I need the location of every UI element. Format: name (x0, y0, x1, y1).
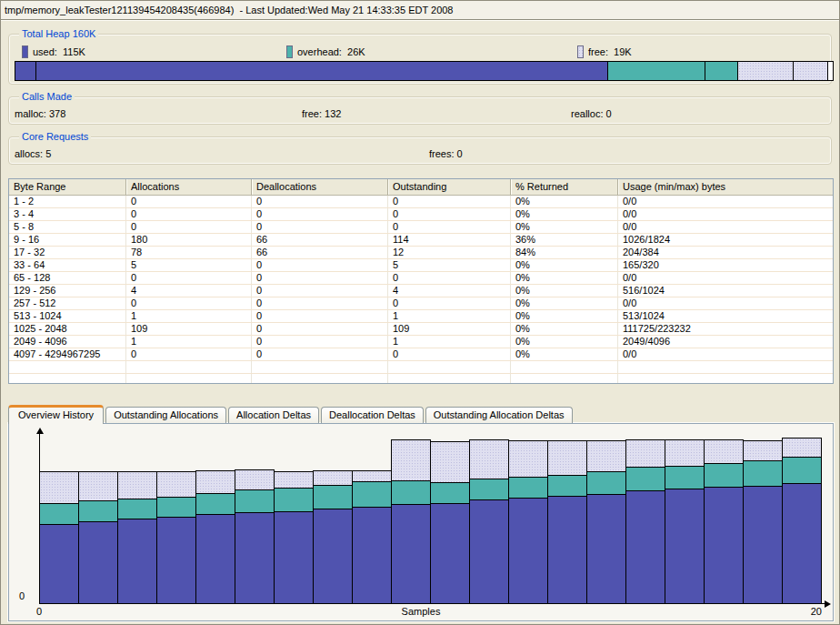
x-axis (39, 603, 825, 604)
tab-allocation-deltas[interactable]: Allocation Deltas (228, 407, 319, 423)
window-title: tmp/memory_leakTester121139454208435(466… (1, 1, 840, 20)
table-cell: 0% (511, 196, 618, 207)
bar-segment-free (705, 440, 743, 464)
bar-sample-3 (117, 471, 157, 603)
table-cell: 0% (511, 323, 618, 335)
table-cell: 165/320 (618, 259, 833, 271)
bar-sample-9 (352, 470, 392, 603)
table-cell: 1 (388, 336, 511, 348)
table-row-1025-2048[interactable]: 1025 - 204810901090%111725/223232 (9, 323, 833, 336)
table-cell: 0 (252, 272, 388, 284)
bar-segment-used (744, 487, 782, 603)
table-header-allocations[interactable]: Allocations (126, 179, 252, 195)
table-header-byte-range[interactable]: Byte Range (9, 179, 126, 195)
allocation-table: Byte RangeAllocationsDeallocationsOutsta… (8, 178, 834, 384)
table-cell: 180 (126, 234, 252, 246)
table-cell: 0% (511, 297, 618, 309)
bar-sample-11 (430, 441, 470, 603)
bar-segment-free (509, 441, 547, 478)
bar-segment-free (118, 472, 156, 499)
table-row-5-8[interactable]: 5 - 80000%0/0 (9, 221, 833, 234)
table-row-3-4[interactable]: 3 - 40000%0/0 (9, 208, 833, 221)
table-cell: 0 (388, 297, 511, 309)
bar-segment-free (235, 470, 274, 490)
tab-overview-history[interactable]: Overview History (8, 405, 104, 424)
table-cell: 0/0 (618, 196, 833, 207)
table-row-empty[interactable] (9, 374, 833, 384)
table-cell: 0 (126, 196, 252, 207)
table-cell: 0 (388, 348, 511, 360)
meter-segment-free-6 (828, 62, 833, 80)
bar-segment-free (626, 440, 665, 468)
bar-sample-13 (508, 440, 548, 603)
table-row-33-64[interactable]: 33 - 645050%165/320 (9, 259, 833, 272)
table-cell: 0/0 (618, 221, 833, 233)
overhead-swatch-icon (286, 45, 293, 58)
bar-segment-free (353, 471, 391, 482)
bar-segment-free (783, 439, 821, 458)
table-cell: 3 - 4 (9, 208, 126, 220)
table-row-empty[interactable] (9, 361, 833, 374)
table-row-9-16[interactable]: 9 - 161806611436%1026/1824 (9, 234, 833, 247)
table-row-2049-4096[interactable]: 2049 - 40961010%2049/4096 (9, 336, 833, 348)
heap-legend-item-overhead: overhead: 26K (286, 45, 365, 58)
table-header-usage-min-max-bytes[interactable]: Usage (min/max) bytes (618, 179, 833, 195)
bar-sample-7 (274, 471, 314, 603)
table-cell: 513/1024 (618, 310, 833, 322)
table-cell: 5 (388, 259, 511, 271)
bar-segment-free (431, 442, 469, 483)
bar-segment-free (79, 472, 117, 501)
table-cell: 0 (252, 196, 388, 207)
bar-sample-16 (625, 439, 665, 603)
table-cell (618, 361, 833, 373)
table-row-257-512[interactable]: 257 - 5120000%0/0 (9, 297, 833, 310)
table-header-deallocations[interactable]: Deallocations (252, 179, 388, 195)
bar-segment-overhead (548, 476, 586, 497)
table-cell: 0% (511, 208, 618, 220)
heap-legend-label: used: 115K (33, 46, 85, 57)
heap-usage-meter (15, 61, 834, 81)
bar-segment-free (587, 441, 625, 472)
table-row-129-256[interactable]: 129 - 2564040%516/1024 (9, 285, 833, 297)
bar-segment-used (431, 504, 469, 603)
meter-segment-free-5 (794, 62, 828, 80)
table-cell (388, 361, 511, 373)
table-header-outstanding[interactable]: Outstanding (388, 179, 511, 195)
x-axis-title: Samples (9, 606, 833, 618)
table-cell: 0/0 (618, 208, 833, 220)
bar-sample-20 (782, 438, 822, 603)
table-header--returned[interactable]: % Returned (511, 179, 618, 195)
table-cell: 36% (511, 234, 618, 246)
table-row-65-128[interactable]: 65 - 1280000%0/0 (9, 272, 833, 285)
bar-segment-used (548, 497, 586, 603)
table-cell (9, 361, 126, 373)
table-row-513-1024[interactable]: 513 - 10241010%513/1024 (9, 310, 833, 323)
table-cell (252, 361, 388, 373)
table-row-17-32[interactable]: 17 - 3278661284%204/384 (9, 247, 833, 259)
tab-outstanding-allocation-deltas[interactable]: Outstanding Allocation Deltas (425, 407, 573, 423)
bar-segment-overhead (196, 494, 235, 515)
table-row-1-2[interactable]: 1 - 20000%0/0 (9, 196, 833, 208)
free-swatch-icon (577, 45, 584, 58)
table-cell: 1 (126, 336, 252, 348)
table-cell: 1025 - 2048 (9, 323, 126, 335)
stat-malloc: malloc: 378 (15, 107, 65, 120)
tab-outstanding-allocations[interactable]: Outstanding Allocations (105, 407, 226, 423)
bar-segment-free (392, 440, 430, 481)
table-cell: 9 - 16 (9, 234, 126, 246)
bar-sample-2 (78, 471, 118, 603)
bar-segment-used (40, 525, 78, 603)
overview-history-panel: 0 0 Samples 20 (8, 423, 834, 621)
bar-segment-overhead (509, 478, 547, 499)
bar-segment-used (626, 491, 665, 603)
heap-legend-item-free: free: 19K (577, 45, 632, 58)
stat-frees: frees: 0 (429, 147, 463, 160)
meter-segment-overhead-2 (608, 62, 706, 80)
bar-segment-overhead (626, 468, 665, 491)
bar-segment-used (470, 500, 508, 603)
table-row-4097-4294967295[interactable]: 4097 - 42949672950000%0/0 (9, 348, 833, 361)
table-cell: 2049 - 4096 (9, 336, 126, 348)
table-cell: 109 (126, 323, 252, 335)
tab-deallocation-deltas[interactable]: Deallocation Deltas (321, 407, 424, 423)
table-cell: 66 (252, 234, 388, 246)
